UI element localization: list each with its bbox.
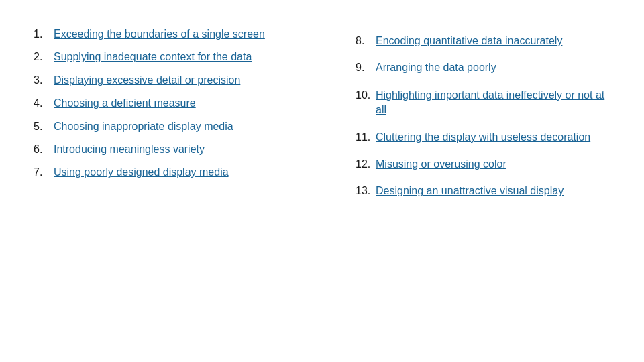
list-item: 7.Using poorly designed display media	[34, 165, 342, 180]
right-column: 8.Encoding quantitative data inaccuratel…	[356, 27, 610, 335]
item-link[interactable]: Introducing meaningless variety	[54, 142, 205, 157]
item-link[interactable]: Highlighting important data ineffectivel…	[376, 88, 610, 118]
item-number: 3.	[34, 73, 54, 88]
item-number: 8.	[356, 34, 376, 48]
item-number: 10.	[356, 88, 376, 103]
list-item: 1.Exceeding the boundaries of a single s…	[34, 27, 342, 42]
item-number: 9.	[356, 60, 376, 75]
list-item: 12.Misusing or overusing color	[356, 157, 610, 172]
item-link[interactable]: Exceeding the boundaries of a single scr…	[54, 27, 265, 42]
item-link[interactable]: Choosing inappropriate display media	[54, 119, 233, 134]
list-item: 4.Choosing a deficient measure	[34, 96, 342, 111]
list-item: 3.Displaying excessive detail or precisi…	[34, 73, 342, 88]
left-list: 1.Exceeding the boundaries of a single s…	[34, 27, 342, 188]
list-item: 10.Highlighting important data ineffecti…	[356, 88, 610, 118]
item-link[interactable]: Misusing or overusing color	[376, 157, 506, 172]
page-container: 1.Exceeding the boundaries of a single s…	[0, 0, 644, 362]
item-link[interactable]: Designing an unattractive visual display	[376, 184, 564, 198]
item-link[interactable]: Encoding quantitative data inaccurately	[376, 34, 562, 48]
list-item: 2.Supplying inadequate context for the d…	[34, 50, 342, 64]
item-number: 2.	[34, 50, 54, 64]
item-number: 11.	[356, 130, 376, 145]
list-item: 11.Cluttering the display with useless d…	[356, 130, 610, 145]
list-item: 5.Choosing inappropriate display media	[34, 119, 342, 134]
item-link[interactable]: Cluttering the display with useless deco…	[376, 130, 590, 145]
list-item: 13.Designing an unattractive visual disp…	[356, 184, 610, 198]
item-number: 6.	[34, 142, 54, 157]
item-number: 7.	[34, 165, 54, 180]
left-column: 1.Exceeding the boundaries of a single s…	[34, 27, 342, 335]
right-list: 8.Encoding quantitative data inaccuratel…	[356, 34, 610, 211]
item-link[interactable]: Using poorly designed display media	[54, 165, 229, 180]
item-number: 5.	[34, 119, 54, 134]
list-item: 8.Encoding quantitative data inaccuratel…	[356, 34, 610, 48]
item-number: 13.	[356, 184, 376, 198]
item-link[interactable]: Choosing a deficient measure	[54, 96, 196, 111]
item-number: 12.	[356, 157, 376, 172]
item-link[interactable]: Displaying excessive detail or precision	[54, 73, 240, 88]
list-item: 6.Introducing meaningless variety	[34, 142, 342, 157]
item-link[interactable]: Arranging the data poorly	[376, 60, 496, 75]
item-number: 1.	[34, 27, 54, 42]
item-number: 4.	[34, 96, 54, 111]
list-item: 9.Arranging the data poorly	[356, 60, 610, 75]
item-link[interactable]: Supplying inadequate context for the dat…	[54, 50, 252, 64]
